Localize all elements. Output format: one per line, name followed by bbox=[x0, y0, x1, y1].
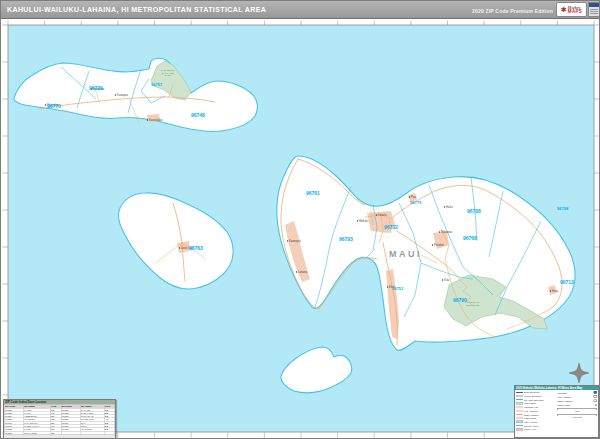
town-dot bbox=[432, 244, 433, 245]
park-label: HALEAKALANAT'L PARK bbox=[466, 301, 480, 307]
zip-index-cell: 96757 bbox=[4, 431, 23, 434]
town-label: Haiku bbox=[446, 205, 453, 209]
zip-label-96713: 96713 bbox=[560, 279, 574, 285]
legend-swatch bbox=[516, 392, 523, 393]
legend-item-label: Urban Area bbox=[524, 428, 536, 431]
town-dot bbox=[444, 206, 445, 207]
legend-item: Urban Area bbox=[516, 427, 556, 431]
legend-swatch bbox=[516, 421, 523, 424]
legend-swatch bbox=[516, 402, 523, 405]
town-dot bbox=[409, 196, 410, 197]
legend-symbol-list: State BoundaryCounty BoundaryZIP Code Bo… bbox=[516, 391, 556, 432]
zip-index-row: 96757KUALAPUUB1 bbox=[4, 431, 115, 434]
state-shield-icon bbox=[594, 399, 598, 402]
county-seat-star-icon: ★ bbox=[594, 403, 597, 406]
zip-label-96729: 96729 bbox=[89, 85, 103, 91]
town-label: Lahaina bbox=[298, 270, 308, 274]
zip-label-96757: 96757 bbox=[151, 82, 163, 87]
zip-label-96708: 96708 bbox=[557, 206, 569, 211]
zip-label-96768: 96768 bbox=[463, 235, 477, 241]
legend-swatch bbox=[516, 414, 523, 415]
logo-star-icon: ✱ bbox=[561, 6, 567, 13]
town-label: Pukalani bbox=[434, 243, 444, 247]
legend-swatch bbox=[516, 407, 523, 408]
town-label: Kula bbox=[444, 278, 450, 282]
town-dot bbox=[45, 104, 46, 105]
zip-label-96793: 96793 bbox=[339, 236, 353, 242]
publisher-badge bbox=[588, 2, 600, 17]
marketmaps-logo: ✱ Market MAPS bbox=[556, 2, 587, 17]
town-dot bbox=[439, 231, 440, 232]
town-label: Kaunakakai bbox=[149, 118, 163, 122]
map-svg: KALAUPAPANAT'L HIST.PARKHALEAKALANAT'L P… bbox=[1, 19, 600, 439]
town-dot bbox=[387, 286, 388, 287]
town-label: Kahului bbox=[378, 213, 387, 217]
zip-index-table: ZIP CodeZIP NameGridZIP CodeZIP NameGrid… bbox=[4, 405, 115, 435]
legend-item-label: U.S. Highway bbox=[524, 410, 538, 413]
legend-item-label: County Boundary bbox=[524, 395, 542, 398]
legend-road-label: Interstate bbox=[558, 391, 568, 394]
legend-swatch bbox=[516, 428, 523, 431]
town-label: Wailuku bbox=[359, 219, 369, 223]
legend-panel: 2020 Kahului-Wailuku-Lahaina, HI Metro A… bbox=[514, 385, 599, 438]
map-canvas: KALAUPAPANAT'L HIST.PARKHALEAKALANAT'L P… bbox=[1, 19, 600, 439]
zip-label-96770: 96770 bbox=[47, 103, 61, 109]
zip-label-96761: 96761 bbox=[306, 190, 320, 196]
legend-road-list: InterstateU.S. HighwayState HighwayCount… bbox=[558, 391, 598, 432]
legend-swatch bbox=[516, 418, 523, 419]
legend-road-item: County Seat★ bbox=[558, 403, 598, 407]
town-dot bbox=[376, 214, 377, 215]
legend-swatch bbox=[516, 410, 523, 411]
zip-label-96779: 96779 bbox=[410, 200, 422, 205]
zip-label-96753: 96753 bbox=[392, 286, 404, 291]
legend-item-label: State Highway bbox=[524, 413, 539, 416]
town-dot bbox=[357, 220, 358, 221]
legend-item-label: Major Road bbox=[524, 417, 536, 420]
town-dot bbox=[442, 279, 443, 280]
town-label: Kaanapali bbox=[289, 239, 301, 243]
legend-road-label: State Highway bbox=[558, 399, 573, 402]
zip-index-panel: ZIP Code Index/Zone Locator ZIP CodeZIP … bbox=[3, 399, 116, 439]
legend-swatch bbox=[516, 425, 523, 426]
scale-bar-label: Kilometers bbox=[558, 416, 598, 418]
zip-label-96790: 96790 bbox=[453, 297, 467, 303]
edition-label: 2020 ZIP Code Premium Edition bbox=[472, 8, 553, 14]
zip-index-cell: KUALAPUU bbox=[23, 431, 50, 434]
town-label: Kualapuu bbox=[117, 93, 129, 97]
town-dot bbox=[287, 240, 288, 241]
legend-road-label: County Seat bbox=[558, 403, 571, 406]
logo-word-maps: MAPS bbox=[568, 10, 582, 14]
zip-index-cell bbox=[104, 431, 114, 434]
legend-item-label: Stream / River bbox=[524, 424, 539, 427]
zip-label-96708: 96708 bbox=[467, 208, 481, 214]
town-dot bbox=[550, 290, 551, 291]
town-dot bbox=[296, 271, 297, 272]
legend-swatch bbox=[516, 399, 523, 400]
legend-item-label: Park / Forest bbox=[524, 421, 537, 424]
county-label: MAUI bbox=[389, 249, 422, 259]
scale-bar: Kilometers bbox=[558, 414, 598, 418]
map-poster: KAHULUI-WAILUKU-LAHAINA, HI METROPOLITAN… bbox=[0, 0, 600, 439]
us-shield-icon bbox=[594, 395, 598, 398]
legend-swatch bbox=[516, 396, 523, 397]
zip-label-96748: 96748 bbox=[191, 112, 205, 118]
town-dot bbox=[115, 94, 116, 95]
town-label: Makawao bbox=[441, 230, 453, 234]
zip-index-cell bbox=[61, 431, 80, 434]
town-label: Paia bbox=[411, 195, 417, 199]
legend-item-label: ZIP Code Boundary bbox=[524, 398, 544, 401]
legend-item-label: Interstate Hwy bbox=[524, 406, 539, 409]
legend-item-label: Water Body bbox=[524, 402, 536, 405]
title-bar: KAHULUI-WAILUKU-LAHAINA, HI METROPOLITAN… bbox=[1, 1, 600, 19]
interstate-shield-icon bbox=[594, 391, 598, 394]
map-title: KAHULUI-WAILUKU-LAHAINA, HI METROPOLITAN… bbox=[7, 6, 266, 13]
legend-road-label: U.S. Highway bbox=[558, 395, 572, 398]
legend-item-label: State Boundary bbox=[524, 391, 540, 394]
scale-bar: Miles bbox=[558, 408, 598, 412]
zip-index-cell: B1 bbox=[51, 431, 61, 434]
scale-bar-label: Miles bbox=[558, 410, 598, 412]
zip-label-96732: 96732 bbox=[384, 224, 398, 230]
town-dot bbox=[179, 247, 180, 248]
zip-index-cell bbox=[80, 431, 104, 434]
zip-label-96763: 96763 bbox=[189, 245, 203, 251]
